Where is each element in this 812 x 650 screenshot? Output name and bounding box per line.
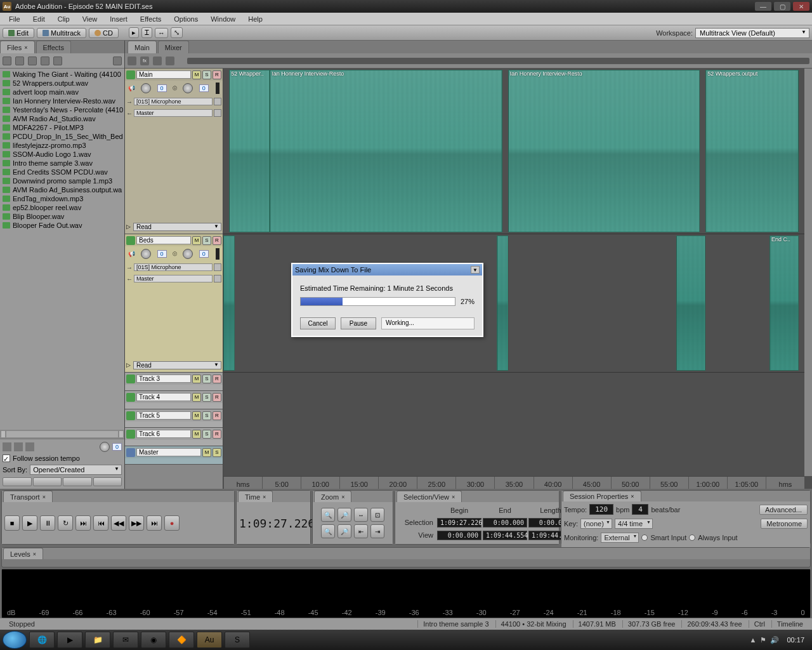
menu-help[interactable]: Help [242, 14, 269, 24]
pan-knob[interactable] [183, 83, 193, 93]
mute-button[interactable]: M [192, 236, 201, 245]
close-icon[interactable]: × [33, 551, 36, 557]
panel-toggle-3[interactable] [63, 477, 92, 486]
mute-button[interactable]: M [192, 70, 201, 79]
mute-button[interactable]: M [192, 393, 201, 402]
follow-tempo-checkbox[interactable]: ✓ [3, 454, 10, 462]
go-end-button[interactable]: ⏭ [147, 515, 162, 531]
track-power-icon[interactable] [126, 411, 135, 420]
solo-button[interactable]: S [202, 70, 211, 79]
audio-clip[interactable]: Ian Honnery Interview-Resto [270, 70, 502, 232]
taskbar-skype-icon[interactable]: S [225, 632, 250, 648]
speaker-icon[interactable]: 🔊 [770, 636, 779, 644]
selection-begin[interactable]: 1:09:27.226 [437, 518, 481, 527]
close-icon[interactable]: × [452, 494, 455, 500]
view-end[interactable]: 1:09:44.554 [483, 531, 527, 540]
taskbar-media-icon[interactable]: ▶ [57, 632, 82, 648]
mute-button[interactable]: M [192, 430, 201, 439]
file-item[interactable]: Intro theme sample 3.wav [1, 159, 123, 168]
record-arm-button[interactable]: R [213, 430, 221, 439]
file-item[interactable]: End Credits SSOM PCDU.wav [1, 168, 123, 176]
start-button[interactable] [3, 631, 27, 649]
file-item[interactable]: 52 Wrappers.output.wav [1, 79, 123, 88]
edit-file-icon[interactable] [28, 56, 37, 65]
sort-by-dropdown[interactable]: Opened/Created [30, 465, 122, 475]
audio-clip[interactable] [676, 235, 705, 371]
file-list[interactable]: Waking The Giant - Waiting (44100 H52 Wr… [0, 69, 124, 430]
advanced-button[interactable]: Advanced... [759, 505, 808, 515]
tab-files[interactable]: Files× [0, 41, 35, 53]
tab-time[interactable]: Time× [238, 491, 273, 502]
output-button[interactable] [214, 275, 221, 282]
audio-clip[interactable]: End C.. [769, 235, 799, 371]
tab-zoom[interactable]: Zoom× [314, 491, 351, 502]
volume-knob[interactable] [141, 83, 151, 93]
file-item[interactable]: AVM Radio Ad_Studio.wav [1, 114, 123, 123]
forward-button[interactable]: ▶▶ [129, 515, 144, 531]
close-icon[interactable]: × [341, 494, 344, 500]
file-item[interactable]: ep52.blooper reel.wav [1, 203, 123, 212]
file-item[interactable]: lifestylejazz-promo.mp3 [1, 141, 123, 150]
tool-move-button[interactable]: ↔ [155, 28, 168, 38]
menu-insert[interactable]: Insert [103, 14, 134, 24]
close-icon[interactable]: × [631, 493, 634, 500]
cancel-button[interactable]: Cancel [300, 317, 336, 329]
zoom-left-button[interactable]: ⇤ [354, 524, 368, 538]
horizontal-overview[interactable] [187, 58, 809, 64]
file-item[interactable]: Ian Honnery Interview-Resto.wav [1, 96, 123, 105]
beats-field[interactable]: 4 [632, 504, 648, 515]
pan-knob[interactable] [183, 249, 193, 259]
output-dropdown[interactable]: Master [134, 275, 213, 282]
file-item[interactable]: MDFA2267 - Pilot.MP3 [1, 123, 123, 132]
scrollbar-horizontal[interactable] [6, 431, 118, 437]
zoom-out-h-button[interactable]: 🔎 [337, 508, 351, 522]
scroll-left-icon[interactable] [1, 431, 5, 437]
show-options-icon[interactable] [113, 56, 122, 65]
track-name-beds[interactable]: Beds [136, 236, 191, 244]
output-button[interactable] [214, 109, 221, 117]
speaker-icon[interactable] [3, 442, 11, 451]
go-start-button[interactable]: ⏮ [93, 515, 108, 531]
autoplay-icon[interactable] [14, 442, 23, 451]
file-item[interactable]: PCDU_Drop_In_15_Sec_With_Bed. [1, 132, 123, 141]
automation-mode-dropdown[interactable]: Read [133, 361, 221, 369]
menu-clip[interactable]: Clip [51, 14, 76, 24]
selection-end[interactable]: 0:00.000 [483, 518, 527, 527]
track-name[interactable]: Track 3 [136, 375, 191, 383]
tab-session-properties[interactable]: Session Properties× [563, 491, 641, 501]
tray-arrow-icon[interactable]: ▲ [750, 636, 757, 644]
tool-play-button[interactable]: ▸ [129, 27, 139, 38]
file-item[interactable]: Downwind promo sample 1.mp3 [1, 176, 123, 185]
track-power-icon[interactable] [126, 70, 135, 79]
waveform-track-1[interactable]: 52 Wrapper..Ian Honnery Interview-RestoI… [223, 69, 804, 234]
panel-toggle-2[interactable] [33, 477, 62, 486]
mute-button[interactable]: M [202, 448, 211, 457]
mute-button[interactable]: M [192, 411, 201, 420]
stop-button[interactable]: ■ [4, 515, 20, 531]
fx-icon[interactable]: fx [140, 56, 149, 65]
record-arm-button[interactable]: R [213, 70, 221, 79]
track-name[interactable]: Track 4 [136, 393, 191, 401]
skip-button[interactable]: ⏭ [75, 515, 91, 531]
flag-icon[interactable]: ⚑ [760, 636, 766, 644]
tempo-field[interactable]: 120 [589, 504, 613, 515]
record-arm-button[interactable]: R [213, 375, 221, 383]
tool-timeselect-button[interactable]: Ꮖ [141, 27, 152, 38]
vertical-scrollbar[interactable] [804, 69, 812, 476]
solo-button[interactable]: S [213, 448, 221, 457]
solo-button[interactable]: S [202, 411, 211, 420]
audio-clip[interactable]: 52 Wrappers.output [705, 70, 799, 232]
file-item[interactable]: SSOM-Audio Logo 1.wav [1, 150, 123, 159]
taskbar-gmail-icon[interactable]: ✉ [113, 632, 138, 648]
taskbar-audition-icon[interactable]: Au [197, 632, 222, 648]
menu-edit[interactable]: Edit [27, 14, 51, 24]
sends-icon[interactable] [153, 56, 162, 65]
system-tray[interactable]: ▲⚑🔊 [750, 636, 780, 644]
mode-multitrack-button[interactable]: Multitrack [37, 28, 86, 38]
menu-file[interactable]: File [3, 14, 27, 24]
taskbar-explorer-icon[interactable]: 📁 [85, 632, 110, 648]
play-button[interactable]: ▶ [22, 515, 37, 531]
zoom-in-h-button[interactable]: 🔍 [321, 508, 335, 522]
menu-view[interactable]: View [76, 14, 104, 24]
mute-button[interactable]: M [192, 375, 201, 383]
